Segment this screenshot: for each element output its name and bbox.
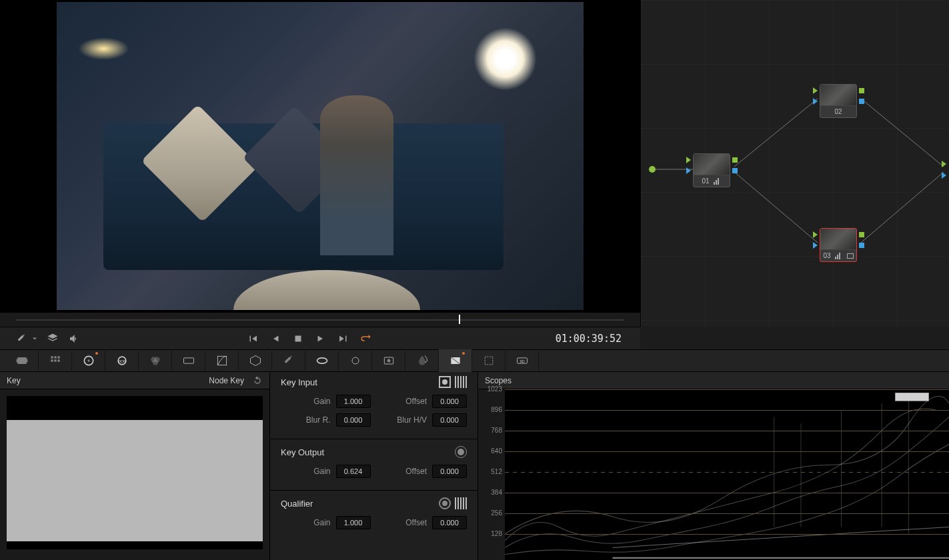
hdr-icon: HDR: [115, 354, 129, 367]
node-out-rgb-icon[interactable]: [859, 88, 864, 93]
node-label: 01: [694, 175, 730, 187]
key-preview[interactable]: [7, 396, 263, 549]
scope-tick: 384: [481, 489, 502, 496]
key-output-gain-field[interactable]: 0.624: [336, 465, 371, 478]
node-thumbnail: [820, 85, 856, 106]
color-node-03[interactable]: 03: [820, 228, 857, 262]
viewer-canvas[interactable]: [0, 0, 640, 312]
key-output-offset-field[interactable]: 0.000: [432, 465, 467, 478]
color-wheels-button[interactable]: [72, 349, 105, 372]
color-wheels-icon: [82, 354, 95, 367]
modified-dot-icon: [95, 352, 98, 355]
key-input-gain-field[interactable]: 1.000: [336, 395, 371, 408]
node-out-alpha-icon[interactable]: [859, 243, 864, 248]
node-wires: [641, 0, 949, 327]
play-icon[interactable]: [315, 333, 327, 345]
window-icon: [315, 354, 329, 367]
scope-tick: 640: [481, 447, 502, 455]
key-controls-panel: Key Input Gain1.000 Offset0.000 Blur R.0…: [270, 372, 478, 560]
scope-gridline: [505, 513, 949, 514]
stereo-3d-button[interactable]: 3D: [506, 349, 539, 372]
blur-hv-label: Blur H/V: [397, 415, 427, 425]
node-thumbnail: [820, 229, 856, 250]
skip-back-icon[interactable]: [247, 333, 259, 345]
scope-gridline: [505, 472, 949, 473]
chevron-down-icon[interactable]: [32, 336, 37, 341]
key-panel: Key Node Key: [0, 372, 270, 560]
motion-effects-button[interactable]: [172, 349, 205, 372]
node-in-alpha-icon[interactable]: [813, 98, 818, 105]
timeline-scrubber[interactable]: [0, 312, 640, 327]
node-output-connector-rgb[interactable]: [942, 161, 946, 167]
matte-invert-icon[interactable]: [439, 376, 451, 388]
node-source-connector[interactable]: [649, 166, 656, 173]
output-invert-icon[interactable]: [455, 446, 467, 458]
node-graph[interactable]: 01 02 03: [640, 0, 949, 327]
node-in-alpha-icon[interactable]: [686, 167, 691, 174]
playhead[interactable]: [459, 315, 460, 324]
node-out-rgb-icon[interactable]: [732, 157, 738, 163]
stop-icon[interactable]: [292, 333, 304, 345]
scope-tick: 128: [481, 530, 502, 537]
key-input-blurr-field[interactable]: 0.000: [336, 413, 371, 427]
svg-line-4: [861, 172, 944, 243]
layers-icon[interactable]: [47, 333, 59, 345]
blur-button[interactable]: [405, 349, 439, 372]
svg-line-3: [861, 99, 944, 167]
color-match-button[interactable]: [39, 349, 72, 372]
svg-rect-5: [295, 335, 301, 341]
color-node-02[interactable]: 02: [820, 84, 857, 118]
node-out-rgb-icon[interactable]: [859, 232, 864, 237]
key-indicator-icon: [847, 253, 854, 259]
qualifier-mask-icon[interactable]: [455, 497, 467, 509]
window-button[interactable]: [305, 349, 339, 372]
tracker-icon: [349, 354, 362, 367]
node-in-rgb-icon[interactable]: [813, 231, 818, 238]
qualifier-offset-field[interactable]: 0.000: [432, 516, 467, 529]
magic-mask-button[interactable]: [372, 349, 405, 372]
curves-icon: [215, 354, 229, 367]
viewer-image: [57, 2, 584, 310]
reset-icon[interactable]: [252, 375, 263, 386]
qualifier-button[interactable]: [272, 349, 305, 372]
node-out-alpha-icon[interactable]: [732, 168, 738, 173]
key-button[interactable]: [439, 349, 472, 372]
qualifier-gain-field[interactable]: 1.000: [336, 516, 371, 529]
node-in-alpha-icon[interactable]: [813, 242, 818, 249]
svg-rect-6: [51, 356, 53, 358]
key-input-blurhv-field[interactable]: 0.000: [432, 413, 467, 427]
qualifier-invert-icon[interactable]: [439, 497, 451, 509]
tracker-button[interactable]: [339, 349, 372, 372]
hdr-button[interactable]: HDR: [105, 349, 139, 372]
svg-point-21: [317, 358, 327, 363]
scope-gridline: [505, 389, 949, 390]
node-output-connector-alpha[interactable]: [942, 172, 946, 179]
skip-forward-icon[interactable]: [337, 333, 349, 345]
scope-y-axis: 1023896768640512384256128: [478, 389, 505, 560]
rgb-mixer-button[interactable]: [139, 349, 172, 372]
node-in-rgb-icon[interactable]: [813, 87, 818, 94]
timecode-display[interactable]: 01:00:39:52: [556, 333, 622, 345]
curves-button[interactable]: [205, 349, 239, 372]
speaker-icon[interactable]: [68, 333, 80, 345]
palette-toolbar: HDR3D: [0, 349, 949, 372]
node-in-rgb-icon[interactable]: [686, 157, 691, 163]
loop-icon[interactable]: [360, 333, 372, 345]
sizing-button[interactable]: [472, 349, 506, 372]
warper-button[interactable]: [239, 349, 272, 372]
node-out-alpha-icon[interactable]: [859, 99, 864, 104]
matte-mask-icon[interactable]: [455, 376, 467, 388]
node-label: 02: [820, 106, 856, 117]
sizing-icon: [482, 354, 496, 367]
color-node-01[interactable]: 01: [693, 153, 730, 187]
image-table: [233, 270, 420, 310]
eyedropper-icon[interactable]: [15, 333, 27, 345]
key-input-offset-field[interactable]: 0.000: [432, 395, 467, 408]
svg-rect-19: [183, 358, 193, 363]
scope-display[interactable]: 1023896768640512384256128: [478, 389, 949, 560]
camera-raw-button[interactable]: [5, 349, 39, 372]
motion-effects-icon: [182, 354, 195, 367]
svg-line-2: [734, 172, 818, 243]
play-reverse-icon[interactable]: [269, 333, 281, 345]
key-mode-label[interactable]: Node Key: [209, 376, 244, 385]
